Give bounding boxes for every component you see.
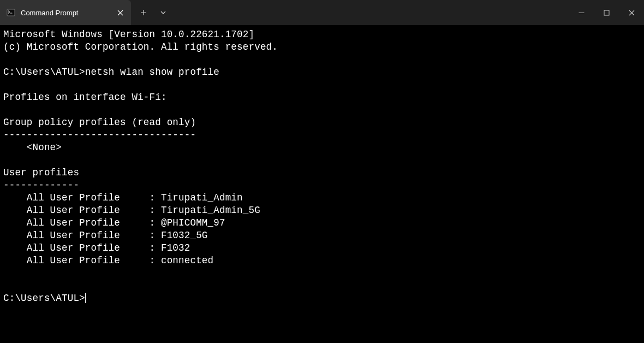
window-controls — [569, 0, 644, 25]
minimize-button[interactable] — [569, 0, 594, 25]
tab-close-button[interactable] — [115, 7, 126, 18]
tab-dropdown-button[interactable] — [154, 3, 172, 22]
svg-rect-3 — [604, 10, 609, 15]
output-copyright: (c) Microsoft Corporation. All rights re… — [3, 42, 278, 52]
titlebar: Command Prompt — [0, 0, 644, 25]
terminal-icon — [7, 8, 15, 17]
output-interface-heading: Profiles on interface Wi-Fi: — [3, 92, 167, 103]
output-version: Microsoft Windows [Version 10.0.22621.17… — [3, 29, 254, 40]
profile-label: All User Profile : — [3, 255, 161, 266]
profile-label: All User Profile : — [3, 217, 161, 228]
prompt-path: C:\Users\ATUL> — [3, 67, 85, 78]
prompt-command: netsh wlan show profile — [85, 67, 219, 78]
new-tab-button[interactable] — [134, 3, 153, 22]
profile-name: @PHICOMM_97 — [161, 217, 225, 228]
cursor — [85, 293, 86, 303]
tab-command-prompt[interactable]: Command Prompt — [0, 0, 131, 25]
output-group-heading: Group policy profiles (read only) — [3, 117, 196, 128]
tab-title: Command Prompt — [21, 9, 109, 17]
profile-label: All User Profile : — [3, 205, 161, 216]
tab-controls — [131, 0, 172, 25]
output-group-none: <None> — [3, 142, 62, 153]
profile-name: connected — [161, 255, 213, 266]
profile-name: F1032_5G — [161, 230, 208, 241]
profile-label: All User Profile : — [3, 243, 161, 253]
profile-name: Tirupati_Admin — [161, 192, 243, 203]
output-rule: ------------- — [3, 180, 79, 191]
output-rule: --------------------------------- — [3, 129, 196, 140]
profile-label: All User Profile : — [3, 230, 161, 241]
profile-name: F1032 — [161, 243, 190, 253]
maximize-button[interactable] — [594, 0, 619, 25]
titlebar-drag-area[interactable] — [172, 0, 569, 25]
profile-label: All User Profile : — [3, 192, 161, 203]
svg-rect-0 — [7, 9, 15, 16]
output-user-heading: User profiles — [3, 167, 79, 178]
terminal-output[interactable]: Microsoft Windows [Version 10.0.22621.17… — [0, 25, 644, 308]
close-window-button[interactable] — [619, 0, 644, 25]
profile-name: Tirupati_Admin_5G — [161, 205, 260, 216]
prompt-path: C:\Users\ATUL> — [3, 293, 85, 304]
